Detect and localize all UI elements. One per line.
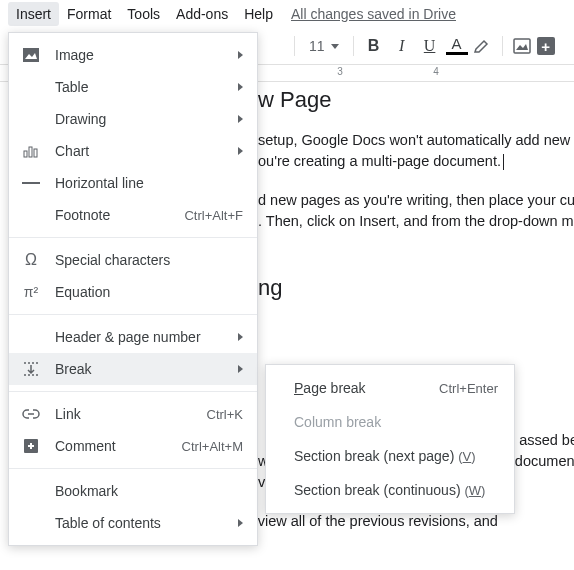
- menu-item-label: Special characters: [55, 252, 243, 268]
- menu-item-label: Image: [55, 47, 224, 63]
- menubar: Insert Format Tools Add-ons Help All cha…: [0, 0, 574, 28]
- chevron-right-icon: [238, 147, 243, 155]
- menu-item-label: Break: [55, 361, 224, 377]
- menu-item-label: Drawing: [55, 111, 224, 127]
- submenu-item-section-break-continuous[interactable]: Section break (continuous) (W): [266, 473, 514, 507]
- horizontal-line-icon: [21, 181, 41, 185]
- menu-separator: [9, 468, 257, 469]
- menu-separator: [9, 391, 257, 392]
- menu-item-label: Chart: [55, 143, 224, 159]
- submenu-item-page-break[interactable]: Page break Ctrl+Enter: [266, 371, 514, 405]
- comment-icon: [21, 438, 41, 454]
- menu-item-special-characters[interactable]: Ω Special characters: [9, 244, 257, 276]
- insert-menu-dropdown: Image Table Drawing Chart Horizontal lin…: [8, 32, 258, 546]
- submenu-label: Column break: [294, 414, 498, 430]
- svg-rect-0: [514, 39, 530, 53]
- menu-item-image[interactable]: Image: [9, 39, 257, 71]
- menu-item-bookmark[interactable]: Bookmark: [9, 475, 257, 507]
- highlighter-icon: [472, 37, 492, 55]
- bold-button[interactable]: B: [362, 37, 386, 55]
- menu-item-equation[interactable]: π² Equation: [9, 276, 257, 308]
- submenu-item-section-break-next-page[interactable]: Section break (next page) (V): [266, 439, 514, 473]
- chevron-right-icon: [238, 333, 243, 341]
- chevron-right-icon: [238, 519, 243, 527]
- svg-rect-4: [34, 149, 37, 157]
- menu-item-table[interactable]: Table: [9, 71, 257, 103]
- menu-addons[interactable]: Add-ons: [168, 2, 236, 26]
- doc-heading: w Page: [258, 84, 574, 116]
- menu-separator: [9, 237, 257, 238]
- underline-button[interactable]: U: [418, 37, 442, 55]
- menu-format[interactable]: Format: [59, 2, 119, 26]
- break-icon: [21, 361, 41, 377]
- menu-tools[interactable]: Tools: [119, 2, 168, 26]
- submenu-shortcut: Ctrl+Enter: [439, 381, 498, 396]
- menu-shortcut: Ctrl+K: [207, 407, 243, 422]
- toolbar-sep: [502, 36, 503, 56]
- link-icon: [21, 409, 41, 419]
- chevron-right-icon: [238, 365, 243, 373]
- submenu-label: Section break (next page) (V): [294, 448, 498, 464]
- font-size-select[interactable]: 11: [303, 36, 345, 56]
- pi-icon: π²: [21, 284, 41, 300]
- break-submenu: Page break Ctrl+Enter Column break Secti…: [265, 364, 515, 514]
- menu-item-label: Equation: [55, 284, 243, 300]
- submenu-item-column-break: Column break: [266, 405, 514, 439]
- submenu-label: Page break: [294, 380, 429, 396]
- toolbar-sep: [294, 36, 295, 56]
- menu-item-comment[interactable]: Comment Ctrl+Alt+M: [9, 430, 257, 462]
- document-body[interactable]: w Page setup, Google Docs won't automati…: [258, 84, 574, 318]
- menu-item-chart[interactable]: Chart: [9, 135, 257, 167]
- highlight-color-button[interactable]: [472, 37, 494, 55]
- omega-icon: Ω: [21, 251, 41, 269]
- menu-item-label: Bookmark: [55, 483, 243, 499]
- text-color-button[interactable]: A: [446, 37, 468, 55]
- insert-image-button[interactable]: [511, 36, 533, 56]
- toolbar-sep: [353, 36, 354, 56]
- menu-help[interactable]: Help: [236, 2, 281, 26]
- menu-item-label: Header & page number: [55, 329, 224, 345]
- font-size-value: 11: [309, 38, 325, 54]
- text-cursor: [503, 154, 504, 170]
- chevron-right-icon: [238, 51, 243, 59]
- menu-item-header-page-number[interactable]: Header & page number: [9, 321, 257, 353]
- menu-item-label: Horizontal line: [55, 175, 243, 191]
- svg-rect-1: [23, 48, 39, 62]
- menu-shortcut: Ctrl+Alt+F: [184, 208, 243, 223]
- chart-icon: [21, 144, 41, 158]
- menu-item-link[interactable]: Link Ctrl+K: [9, 398, 257, 430]
- menu-item-label: Table of contents: [55, 515, 224, 531]
- menu-separator: [9, 314, 257, 315]
- ruler-label: 3: [337, 66, 343, 77]
- doc-paragraph: d new pages as you're writing, then plac…: [258, 190, 574, 232]
- chevron-down-icon: [331, 44, 339, 49]
- menu-item-label: Table: [55, 79, 224, 95]
- doc-heading: ng: [258, 272, 574, 304]
- chevron-right-icon: [238, 115, 243, 123]
- svg-rect-3: [29, 147, 32, 157]
- menu-item-label: Comment: [55, 438, 168, 454]
- menu-insert[interactable]: Insert: [8, 2, 59, 26]
- menu-item-footnote[interactable]: Footnote Ctrl+Alt+F: [9, 199, 257, 231]
- submenu-label: Section break (continuous) (W): [294, 482, 498, 498]
- menu-item-horizontal-line[interactable]: Horizontal line: [9, 167, 257, 199]
- menu-item-label: Link: [55, 406, 193, 422]
- doc-paragraph: setup, Google Docs won't automatically a…: [258, 130, 574, 172]
- save-status[interactable]: All changes saved in Drive: [281, 2, 466, 26]
- menu-item-label: Footnote: [55, 207, 170, 223]
- menu-item-drawing[interactable]: Drawing: [9, 103, 257, 135]
- menu-shortcut: Ctrl+Alt+M: [182, 439, 243, 454]
- menu-item-break[interactable]: Break: [9, 353, 257, 385]
- chevron-right-icon: [238, 83, 243, 91]
- ruler-label: 4: [433, 66, 439, 77]
- svg-rect-2: [24, 151, 27, 157]
- image-icon: [21, 47, 41, 63]
- menu-item-table-of-contents[interactable]: Table of contents: [9, 507, 257, 539]
- add-button[interactable]: +: [537, 37, 555, 55]
- italic-button[interactable]: I: [390, 37, 414, 55]
- image-icon: [513, 38, 531, 54]
